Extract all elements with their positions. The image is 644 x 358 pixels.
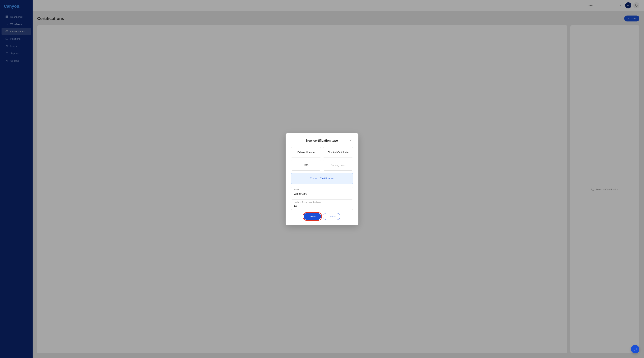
chat-widget[interactable]: [631, 345, 640, 354]
name-field-label: Name: [291, 187, 353, 192]
modal-footer: Create Cancel: [291, 213, 353, 220]
name-field-input[interactable]: [291, 192, 353, 197]
cert-type-drivers-licence[interactable]: Drivers Licence: [291, 147, 321, 158]
chat-widget-icon: [633, 347, 637, 351]
modal-overlay[interactable]: New certification type × Drivers Licence…: [0, 0, 644, 358]
notify-field-group: Notify before expiry (in days): [291, 199, 353, 210]
modal: New certification type × Drivers Licence…: [286, 133, 358, 225]
modal-cancel-button[interactable]: Cancel: [323, 213, 340, 220]
modal-title: New certification type: [296, 139, 348, 142]
cert-type-custom[interactable]: Custom Certification: [291, 173, 353, 184]
modal-create-button[interactable]: Create: [304, 213, 321, 220]
cert-type-first-aid[interactable]: First Aid Certificate: [323, 147, 353, 158]
modal-close-button[interactable]: ×: [348, 138, 353, 143]
notify-field-label: Notify before expiry (in days): [291, 200, 353, 204]
name-field-group: Name: [291, 187, 353, 198]
cert-type-rsa[interactable]: RSA: [291, 160, 321, 170]
modal-header: New certification type ×: [291, 138, 353, 143]
cert-type-grid: Drivers Licence First Aid Certificate RS…: [291, 147, 353, 170]
notify-field-input[interactable]: [291, 204, 353, 210]
cert-type-coming-soon: Coming soon: [323, 160, 353, 170]
